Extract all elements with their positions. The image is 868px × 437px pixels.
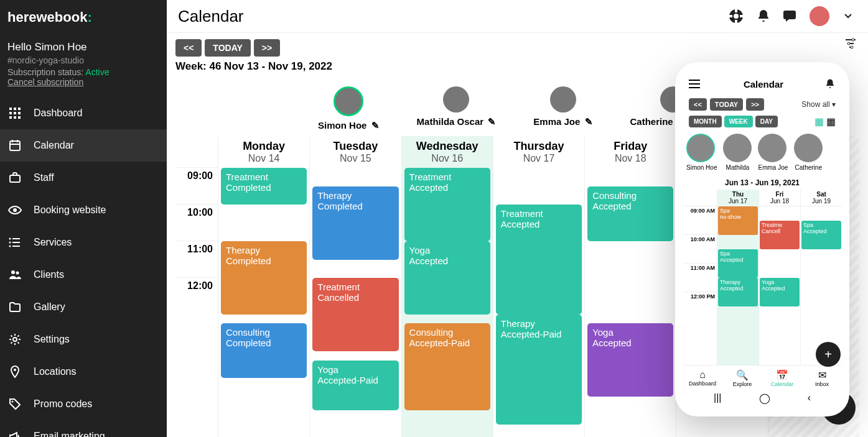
event[interactable]: YogaAccepted: [587, 323, 673, 397]
day-column[interactable]: MondayNov 14TreatmentCompletedTherapyCom…: [218, 136, 309, 437]
edit-icon[interactable]: ✎: [585, 116, 593, 127]
main: Calendar << TODAY >> Week: 46 Nov 13 - N…: [167, 0, 868, 437]
help-icon[interactable]: [727, 7, 745, 25]
phone-nav-inbox[interactable]: ✉Inbox: [802, 369, 842, 387]
svg-point-11: [13, 208, 17, 212]
phone-next-button[interactable]: >>: [746, 98, 764, 111]
view-month[interactable]: MONTH: [689, 116, 722, 127]
phone-staff[interactable]: Emma Joe: [758, 134, 788, 171]
phone-prev-button[interactable]: <<: [689, 98, 707, 111]
svg-rect-2: [18, 108, 21, 110]
sidebar-item-locations[interactable]: Locations: [0, 356, 167, 388]
phone-event[interactable]: SpaAccepted: [801, 221, 841, 249]
nav-label: Staff: [34, 172, 54, 183]
show-all-dropdown[interactable]: Show all ▾: [801, 100, 836, 109]
event[interactable]: ConsultingAccepted: [587, 186, 673, 241]
event[interactable]: TreatmentCancelled: [312, 278, 398, 351]
time-label: 10:00: [175, 204, 218, 241]
sidebar-item-services[interactable]: Services: [0, 226, 167, 259]
calendar-icon: [7, 138, 22, 153]
event[interactable]: YogaAccepted-Paid: [312, 361, 398, 410]
nav-label: Promo codes: [34, 398, 92, 410]
sidebar-item-booking-website[interactable]: Booking website: [0, 194, 167, 226]
phone-event[interactable]: YogaAccepted: [760, 278, 800, 306]
chevron-down-icon[interactable]: [839, 7, 857, 25]
staff-emma-joe[interactable]: Emma Joe ✎: [533, 86, 592, 131]
grid-icon: [7, 106, 22, 121]
event[interactable]: TherapyCompleted: [312, 186, 398, 260]
phone-staff[interactable]: Mathilda: [723, 134, 752, 171]
phone-day-column[interactable]: ThuJun 17Spano-showSpaAcceptedTherapyAcc…: [717, 190, 758, 365]
phone-today-button[interactable]: TODAY: [710, 98, 743, 111]
phone-add-fab[interactable]: +: [816, 342, 841, 367]
sidebar-item-email-marketing[interactable]: Email marketing: [0, 420, 167, 437]
phone-event[interactable]: SpaAccepted: [718, 249, 758, 278]
svg-point-16: [16, 272, 19, 275]
user-avatar[interactable]: [810, 6, 829, 26]
edit-icon[interactable]: ✎: [371, 120, 380, 131]
cancel-subscription-link[interactable]: Cancel subscription: [7, 77, 159, 87]
svg-point-28: [851, 46, 853, 48]
staff-simon-hoe[interactable]: Simon Hoe ✎: [318, 86, 380, 131]
phone-event[interactable]: TreatmeCancell: [760, 221, 800, 249]
phone-event[interactable]: Spano-show: [718, 206, 758, 235]
phone-event[interactable]: TherapyAccepted: [718, 278, 758, 306]
folder-icon: [7, 300, 22, 315]
grid-view-icon[interactable]: ▦: [826, 116, 836, 127]
chat-icon[interactable]: [782, 7, 800, 25]
phone-day-column[interactable]: FriJun 18TreatmeCancellYogaAccepted: [758, 190, 800, 365]
today-button[interactable]: TODAY: [205, 39, 250, 57]
handle: #nordic-yoga-studio: [7, 55, 159, 65]
svg-point-27: [847, 42, 850, 45]
prev-button[interactable]: <<: [175, 39, 202, 57]
calendar-view-icon[interactable]: ▦: [814, 116, 824, 127]
event[interactable]: TreatmentAccepted: [496, 205, 582, 315]
phone-title: Calendar: [702, 79, 824, 90]
time-label: 12:00: [175, 277, 218, 314]
event[interactable]: ConsultingCompleted: [221, 323, 307, 378]
event[interactable]: TherapyCompleted: [221, 241, 307, 315]
sidebar-item-gallery[interactable]: Gallery: [0, 291, 167, 323]
day-column[interactable]: FridayNov 18ConsultingAcceptedYogaAccept…: [584, 136, 676, 437]
svg-rect-4: [14, 112, 16, 114]
nav-label: Dashboard: [34, 108, 82, 119]
event[interactable]: TreatmentCompleted: [221, 168, 307, 205]
event[interactable]: TherapyAccepted-Paid: [496, 315, 582, 425]
phone-nav-explore[interactable]: 🔍Explore: [722, 369, 762, 387]
phone-nav-dashboard[interactable]: ⌂Dashboard: [683, 369, 722, 387]
pin-icon: [7, 364, 22, 379]
phone-staff[interactable]: Simon Hoe: [686, 134, 717, 171]
filter-icon[interactable]: [844, 37, 857, 50]
event[interactable]: ConsultingAccepted-Paid: [404, 323, 490, 410]
day-column[interactable]: TuesdayNov 15TherapyCompletedTreatmentCa…: [309, 136, 401, 437]
event[interactable]: YogaAccepted: [404, 241, 490, 315]
sidebar-item-settings[interactable]: Settings: [0, 323, 167, 356]
hamburger-icon[interactable]: [689, 80, 702, 88]
day-column[interactable]: WednesdayNov 16TreatmentAcceptedYogaAcce…: [401, 136, 493, 437]
phone-staff[interactable]: Catherine: [794, 134, 823, 171]
phone-day-column[interactable]: SatJun 19SpaAccepted: [800, 190, 842, 365]
event[interactable]: TreatmentAccepted: [404, 168, 490, 241]
sidebar-item-promo-codes[interactable]: Promo codes: [0, 388, 167, 420]
sidebar-item-staff[interactable]: Staff: [0, 162, 167, 194]
sidebar-item-clients[interactable]: Clients: [0, 259, 167, 291]
next-button[interactable]: >>: [254, 39, 280, 57]
time-label: 11:00: [175, 241, 218, 277]
svg-rect-6: [9, 116, 12, 119]
phone-nav-calendar[interactable]: 📅Calendar: [762, 369, 802, 387]
bell-icon[interactable]: [824, 78, 836, 90]
staff-mathilda-oscar[interactable]: Mathilda Oscar ✎: [417, 86, 497, 131]
sidebar-item-dashboard[interactable]: Dashboard: [0, 97, 167, 129]
view-day[interactable]: DAY: [755, 116, 778, 127]
day-column[interactable]: ThursdayNov 17TreatmentAcceptedTherapyAc…: [493, 136, 584, 437]
staff-name: Emma Joe ✎: [533, 116, 592, 127]
svg-rect-22: [735, 9, 737, 12]
svg-point-17: [13, 338, 17, 341]
svg-point-19: [12, 401, 14, 403]
edit-icon[interactable]: ✎: [488, 116, 496, 127]
megaphone-icon: [7, 429, 22, 437]
phone-mockup: Calendar << TODAY >> Show all ▾ MONTHWEE…: [675, 62, 849, 416]
sidebar-item-calendar[interactable]: Calendar: [0, 129, 167, 162]
view-week[interactable]: WEEK: [724, 116, 753, 127]
bell-icon[interactable]: [755, 7, 772, 25]
